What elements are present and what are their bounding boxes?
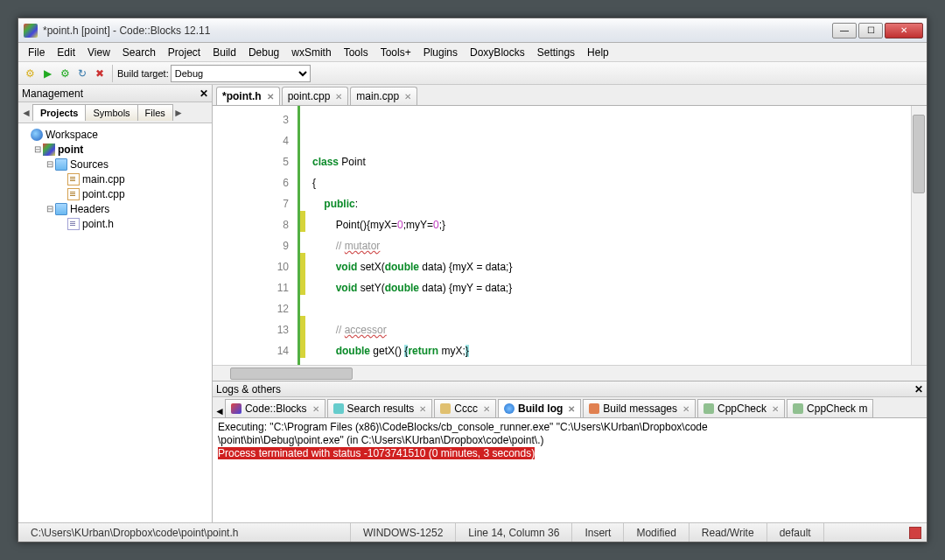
tab-scroll-left-icon[interactable]: ◄ (20, 107, 32, 119)
horizontal-scrollbar[interactable] (213, 365, 927, 381)
code-content[interactable]: class Point{ public: Point(){myX=0;myY=0… (305, 106, 911, 365)
log-tab-cccc[interactable]: Cccc✕ (434, 399, 496, 417)
minimize-button[interactable]: — (832, 23, 857, 38)
close-icon[interactable]: ✕ (312, 404, 319, 414)
close-icon[interactable]: ✕ (335, 92, 342, 102)
project-icon (43, 144, 55, 156)
build-target-select[interactable]: Debug (171, 65, 311, 82)
status-bar: C:\Users\KUrban\Dropbox\code\point\point… (18, 522, 927, 542)
menu-view[interactable]: View (81, 46, 116, 59)
log-tab-search[interactable]: Search results✕ (327, 399, 433, 417)
scrollbar-thumb[interactable] (230, 368, 353, 380)
close-icon[interactable]: ✕ (483, 404, 490, 414)
tab-projects[interactable]: Projects (32, 104, 86, 121)
tab-scroll-left-icon[interactable]: ◄ (214, 405, 225, 417)
management-tabs: ◄ Projects Symbols Files ► (18, 102, 212, 123)
close-icon[interactable]: ✕ (267, 92, 274, 102)
menu-file[interactable]: File (22, 46, 51, 59)
tree-workspace[interactable]: Workspace (20, 127, 210, 142)
cpp-file-icon (67, 173, 80, 186)
close-icon[interactable]: ✕ (404, 92, 411, 102)
app-window: *point.h [point] - Code::Blocks 12.11 — … (18, 18, 928, 542)
scrollbar-thumb[interactable] (913, 115, 925, 193)
editor-tab-point-h[interactable]: *point.h✕ (216, 87, 280, 105)
management-panel: Management ✕ ◄ Projects Symbols Files ► … (18, 85, 213, 522)
logs-title: Logs & others (216, 383, 281, 396)
log-tab-codeblocks[interactable]: Code::Blocks✕ (225, 399, 326, 417)
project-tree: Workspace ⊟point ⊟Sources main.cpp point… (18, 123, 212, 522)
close-icon[interactable]: ✕ (772, 404, 779, 414)
log-tab-build-messages[interactable]: Build messages✕ (583, 399, 696, 417)
toolbar: ⚙ ▶ ⚙ ↻ ✖ Build target: Debug (18, 62, 927, 85)
codeblocks-icon (231, 403, 242, 414)
menu-plugins[interactable]: Plugins (417, 46, 464, 59)
tree-headers-folder[interactable]: ⊟Headers (45, 201, 210, 216)
tab-symbols[interactable]: Symbols (85, 104, 137, 121)
editor-area: *point.h✕ point.cpp✕ main.cpp✕ 345678910… (213, 85, 927, 522)
menu-doxyblocks[interactable]: DoxyBlocks (464, 46, 531, 59)
editor-tab-main-cpp[interactable]: main.cpp✕ (350, 87, 417, 105)
build-button[interactable]: ⚙ (22, 66, 38, 81)
build-target-label: Build target: (117, 68, 169, 79)
run-button[interactable]: ▶ (39, 66, 55, 81)
menu-tools[interactable]: Tools (338, 46, 374, 59)
h-file-icon (67, 218, 80, 230)
build-run-button[interactable]: ⚙ (57, 66, 73, 81)
status-readwrite: Read/Write (690, 523, 767, 542)
log-tab-build-log[interactable]: Build log✕ (498, 399, 581, 417)
close-icon[interactable]: ✕ (682, 404, 690, 414)
vertical-scrollbar[interactable] (911, 106, 927, 365)
management-close-icon[interactable]: ✕ (200, 88, 208, 100)
search-icon (333, 403, 344, 414)
menu-build[interactable]: Build (206, 46, 242, 59)
log-line: Executing: "C:\Program Files (x86)\CodeB… (218, 421, 921, 434)
status-modified: Modified (624, 523, 689, 542)
status-profile: default (767, 523, 824, 542)
menu-edit[interactable]: Edit (51, 46, 81, 59)
tree-file-point-cpp[interactable]: point.cpp (57, 186, 210, 201)
status-cursor-pos: Line 14, Column 36 (456, 523, 572, 542)
rebuild-button[interactable]: ↻ (74, 66, 90, 81)
menu-tools-plus[interactable]: Tools+ (374, 46, 417, 59)
editor-tab-point-cpp[interactable]: point.cpp✕ (282, 87, 349, 105)
code-editor[interactable]: 3456789101112131415 class Point{ public:… (213, 106, 927, 365)
management-header: Management ✕ (18, 85, 212, 102)
line-gutter: 3456789101112131415 (213, 106, 300, 365)
close-icon[interactable]: ✕ (419, 404, 426, 414)
log-error-line: Process terminated with status -10737415… (218, 447, 535, 459)
status-insert-mode: Insert (572, 523, 624, 542)
status-indicator (904, 527, 927, 539)
menu-debug[interactable]: Debug (242, 46, 285, 59)
folder-icon (55, 203, 67, 215)
tree-sources-folder[interactable]: ⊟Sources (45, 157, 210, 172)
tab-files[interactable]: Files (137, 104, 173, 121)
log-tab-cppcheck[interactable]: CppCheck✕ (697, 399, 785, 417)
close-button[interactable]: ✕ (885, 23, 923, 38)
log-tab-cppcheck-m[interactable]: CppCheck m (787, 399, 873, 417)
menu-help[interactable]: Help (581, 46, 615, 59)
tree-file-point-h[interactable]: point.h (57, 216, 210, 231)
status-path: C:\Users\KUrban\Dropbox\code\point\point… (18, 523, 351, 542)
maximize-button[interactable]: ☐ (858, 23, 883, 38)
red-indicator-icon (909, 527, 921, 539)
menu-project[interactable]: Project (162, 46, 206, 59)
menu-bar: File Edit View Search Project Build Debu… (18, 43, 927, 62)
logs-header: Logs & others ✕ (213, 382, 927, 397)
logs-close-icon[interactable]: ✕ (914, 383, 923, 396)
cppcheck-icon (704, 403, 714, 414)
editor-tabs: *point.h✕ point.cpp✕ main.cpp✕ (213, 85, 927, 106)
menu-settings[interactable]: Settings (531, 46, 581, 59)
tree-file-main-cpp[interactable]: main.cpp (57, 172, 210, 186)
workspace-icon (31, 129, 43, 141)
app-icon (24, 24, 38, 38)
close-icon[interactable]: ✕ (568, 404, 575, 414)
logs-tabs: ◄ Code::Blocks✕ Search results✕ Cccc✕ Bu… (213, 397, 927, 418)
menu-search[interactable]: Search (116, 46, 162, 59)
logs-content[interactable]: Executing: "C:\Program Files (x86)\CodeB… (213, 418, 927, 522)
tree-project[interactable]: ⊟point (32, 142, 210, 157)
abort-button[interactable]: ✖ (92, 66, 108, 81)
cppcheck-icon (793, 403, 803, 414)
tab-scroll-right-icon[interactable]: ► (172, 107, 185, 119)
window-title: *point.h [point] - Code::Blocks 12.11 (43, 24, 830, 37)
menu-wxsmith[interactable]: wxSmith (285, 46, 337, 59)
